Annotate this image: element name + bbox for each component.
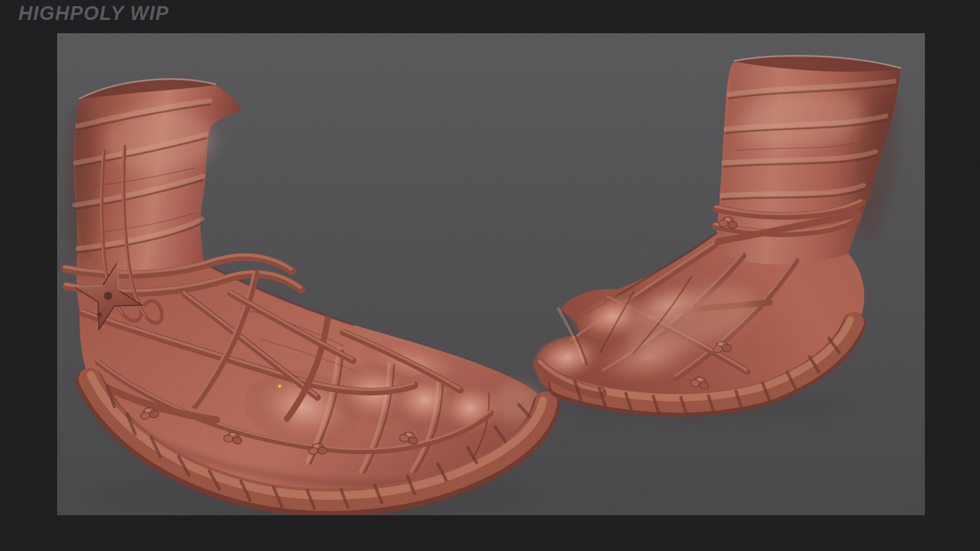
watermark-title: HIGHPOLY WIP (18, 3, 169, 24)
right-boot-sculpt (528, 56, 905, 420)
left-boot-shaft (64, 79, 242, 277)
sculpt-viewport (57, 33, 925, 515)
shuriken-hole (104, 292, 112, 300)
pivot-marker-dot (278, 385, 282, 388)
left-boot-sculpt (64, 79, 550, 512)
sculpt-render (57, 33, 925, 515)
